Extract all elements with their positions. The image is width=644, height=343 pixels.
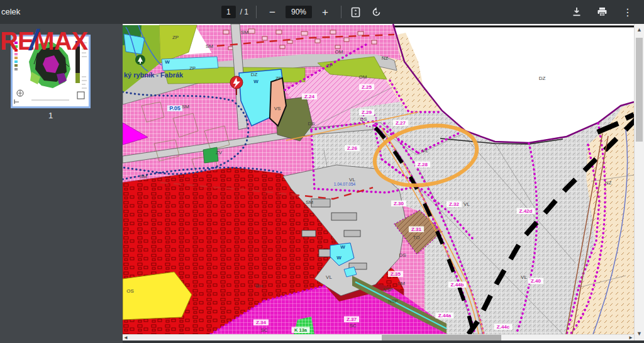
horizontal-scrollbar[interactable]: ◄ ► [123, 334, 634, 340]
map-label-Z-34: Z.34 [256, 320, 267, 325]
map-label-Z-44b: Z.44b [451, 282, 464, 288]
street-name-label: ký rybník - Fabrák [124, 71, 184, 79]
map-label-SM: SM [182, 104, 189, 110]
map-label-Z-29: Z.29 [362, 110, 372, 115]
pdf-toolbar: celek 1 / 1 − 90% + [0, 0, 644, 24]
map-label-Z-30: Z.30 [394, 201, 404, 206]
fit-to-page-button[interactable] [349, 6, 362, 19]
map-label-W: W [336, 255, 341, 261]
map-label-SM: SM [241, 30, 248, 35]
toolbar-divider [341, 6, 341, 18]
map-label-W: W [340, 244, 345, 250]
map-label-ZP: ZP [189, 65, 196, 71]
map-label-SC: SC [349, 323, 356, 329]
map-label-Z-32: Z.32 [449, 201, 460, 207]
fit-to-page-icon [350, 7, 361, 18]
zoom-out-button[interactable]: − [264, 4, 280, 20]
map-label-W: W [165, 59, 170, 65]
map-label-Z-31: Z.31 [411, 227, 422, 232]
map-label-VL: VL [521, 274, 527, 280]
map-label-DS: DS [399, 252, 406, 258]
remax-logo-max: MAX [33, 27, 87, 55]
map-label-DZ: DZ [251, 72, 258, 77]
page-total-label: / 1 [240, 8, 248, 16]
document-title: celek [1, 7, 20, 16]
parcel-code-label: 1.04.07.054 [334, 182, 356, 186]
more-options-button[interactable]: ⋮ [621, 5, 634, 20]
rotate-button[interactable] [370, 6, 383, 19]
pdf-page-viewport[interactable]: Z.24Z.25Z.26Z.27Z.28Z.29Z.30Z.31Z.32Z.34… [123, 24, 634, 340]
map-label-DS: DS [360, 116, 367, 122]
print-icon [597, 7, 608, 17]
map-label-Z-25: Z.25 [362, 84, 372, 90]
map-label-VL: VL [422, 148, 428, 154]
remax-logo: RE/MAX [0, 25, 87, 54]
map-label-TO: TO [413, 235, 420, 240]
map-label-SM: SM [397, 281, 405, 286]
map-label-DS: DS [308, 121, 314, 127]
map-label-NZ: NZ [605, 180, 612, 186]
map-label-BH: BH [255, 283, 262, 289]
scroll-up-arrow-icon[interactable]: ▲ [635, 26, 644, 33]
zoom-level-input[interactable]: 90% [286, 6, 312, 18]
zoning-map: Z.24Z.25Z.26Z.27Z.28Z.29Z.30Z.31Z.32Z.34… [123, 24, 634, 334]
map-label-SM: SM [206, 43, 213, 49]
map-label-Z-35: Z.35 [391, 271, 401, 277]
map-label-SM: SM [306, 200, 313, 205]
page-number-input[interactable]: 1 [221, 6, 236, 18]
map-label-OM: OM [359, 74, 367, 80]
map-label-ZP: ZP [275, 76, 282, 81]
map-label-Z-44a: Z.44a [438, 313, 452, 318]
map-label-Z-40: Z.40 [531, 278, 541, 284]
map-label-K-13a: K 13a [294, 327, 308, 333]
map-label-Z-28: Z.28 [418, 162, 428, 167]
map-label-W: W [253, 79, 258, 84]
map-label-VL: VL [464, 201, 470, 207]
rotate-icon [371, 7, 382, 18]
map-label-Z-27: Z.27 [396, 120, 406, 126]
map-label-Z-44c: Z.44c [497, 324, 510, 330]
map-label-NZ: NZ [382, 55, 389, 61]
map-label-Z-26: Z.26 [347, 145, 358, 151]
map-label-ZV: ZV [216, 150, 223, 155]
map-label-ZP: ZP [326, 63, 333, 69]
map-label-Z-42d: Z.42d [519, 208, 533, 214]
map-label-P-05: P.05 [169, 105, 180, 111]
toolbar-divider [256, 6, 257, 18]
zoom-in-button[interactable]: + [317, 4, 333, 20]
map-label-NSP: NSP [388, 298, 397, 304]
viewer-bottom-strip [123, 340, 644, 343]
map-label-VL: VL [326, 274, 332, 280]
download-button[interactable] [570, 6, 583, 18]
download-icon [572, 7, 582, 17]
map-label-DZ: DZ [539, 76, 546, 81]
map-label-OS: OS [126, 288, 134, 294]
map-label-SC: SC [260, 327, 267, 333]
map-label-OM: OM [335, 49, 343, 55]
map-label-Z-24: Z.24 [304, 94, 315, 99]
map-label-SM: SM [140, 174, 147, 179]
map-label-NSP: NSP [383, 287, 392, 293]
scroll-down-arrow-icon[interactable]: ▼ [635, 330, 644, 337]
thumbnail-sidebar: 1 [0, 24, 123, 343]
vertical-scroll-thumb[interactable] [636, 38, 643, 142]
print-button[interactable] [596, 6, 609, 18]
thumbnail-page-number: 1 [11, 111, 91, 120]
map-label-VS: VS [274, 106, 281, 111]
map-label-ZP: ZP [172, 35, 179, 40]
map-label-Z-37: Z.37 [347, 317, 357, 322]
vertical-scrollbar[interactable]: ▲ ▼ [634, 24, 644, 340]
